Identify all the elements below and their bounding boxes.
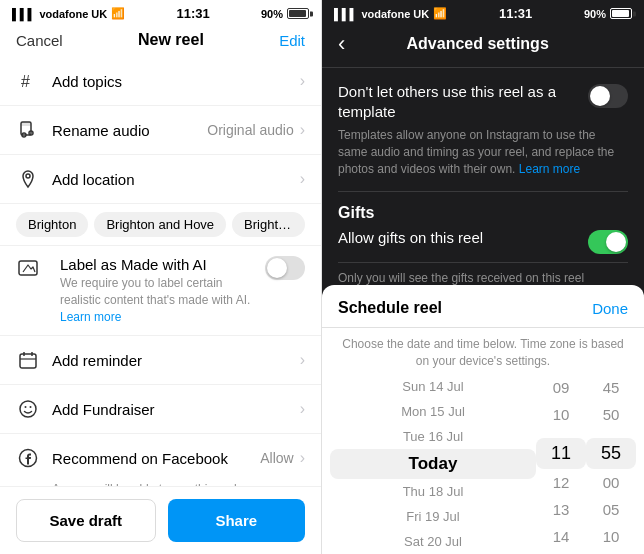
- picker-row-thu[interactable]: Thu 18 Jul: [330, 479, 536, 504]
- edit-button[interactable]: Edit: [279, 32, 305, 49]
- chevron-icon: ›: [300, 72, 305, 90]
- svg-rect-6: [19, 261, 37, 275]
- location-tag-0[interactable]: Brighton: [16, 212, 88, 237]
- menu-item-facebook[interactable]: Recommend on Facebook Allow ›: [0, 434, 321, 482]
- page-title-left: New reel: [138, 31, 204, 49]
- facebook-label: Recommend on Facebook: [52, 450, 260, 467]
- gifts-toggle[interactable]: [588, 230, 628, 254]
- menu-item-reminder[interactable]: Add reminder ›: [0, 336, 321, 385]
- status-carrier-right: ▌▌▌ vodafone UK 📶: [334, 7, 447, 20]
- svg-rect-2: [21, 122, 31, 126]
- schedule-done-button[interactable]: Done: [592, 300, 628, 317]
- wifi-icon: 📶: [111, 7, 125, 20]
- rename-audio-sublabel: Original audio: [207, 122, 293, 138]
- ai-label-title: Label as Made with AI: [60, 256, 257, 273]
- ai-label-toggle[interactable]: [265, 256, 305, 280]
- top-nav-left: Cancel New reel Edit: [0, 25, 321, 57]
- picker-hour-12[interactable]: 12: [536, 469, 586, 496]
- save-draft-button[interactable]: Save draft: [16, 499, 156, 542]
- status-battery-left: 90%: [261, 8, 309, 20]
- menu-item-rename-audio[interactable]: Rename audio Original audio ›: [0, 106, 321, 155]
- picker-hour-14[interactable]: 14: [536, 523, 586, 550]
- chevron-icon: ›: [300, 351, 305, 369]
- template-title: Don't let others use this reel as a temp…: [338, 82, 578, 121]
- template-toggle[interactable]: [588, 84, 628, 108]
- signal-icon-right: ▌▌▌: [334, 8, 357, 20]
- facebook-icon: [16, 446, 40, 470]
- template-section: Don't let others use this reel as a temp…: [338, 68, 628, 192]
- picker-hour-13[interactable]: 13: [536, 496, 586, 523]
- top-nav-right: ‹ Advanced settings: [322, 25, 644, 68]
- picker-row-tue[interactable]: Tue 16 Jul: [330, 424, 536, 449]
- picker-min-00[interactable]: 00: [586, 469, 636, 496]
- back-button[interactable]: ‹: [338, 31, 345, 57]
- battery-icon-right: [610, 8, 632, 19]
- svg-text:#: #: [21, 73, 30, 90]
- picker-row-sat[interactable]: Sat 20 Jul: [330, 529, 536, 554]
- status-time-left: 11:31: [176, 6, 209, 21]
- picker-hour-10[interactable]: 10: [536, 401, 586, 428]
- hours-column: 09 10 11 12 13 14: [536, 374, 586, 554]
- reminder-label: Add reminder: [52, 352, 300, 369]
- signal-icon: ▌▌▌: [12, 8, 35, 20]
- left-panel: ▌▌▌ vodafone UK 📶 11:31 90% Cancel New r…: [0, 0, 322, 554]
- days-column: Sun 14 Jul Mon 15 Jul Tue 16 Jul Today T…: [330, 374, 536, 554]
- svg-point-11: [20, 401, 36, 417]
- picker-row-fri[interactable]: Fri 19 Jul: [330, 504, 536, 529]
- rename-audio-label: Rename audio: [52, 122, 207, 139]
- menu-item-location[interactable]: Add location ›: [0, 155, 321, 204]
- learn-more-link[interactable]: Learn more: [519, 162, 580, 176]
- status-bar-right: ▌▌▌ vodafone UK 📶 11:31 90%: [322, 0, 644, 25]
- picker-row-sun[interactable]: Sun 14 Jul: [330, 374, 536, 399]
- gifts-title: Gifts: [338, 192, 628, 228]
- template-desc: Templates allow anyone on Instagram to u…: [338, 127, 628, 177]
- status-bar-left: ▌▌▌ vodafone UK 📶 11:31 90%: [0, 0, 321, 25]
- schedule-title: Schedule reel: [338, 299, 442, 317]
- topics-label: Add topics: [52, 73, 300, 90]
- location-icon: [16, 167, 40, 191]
- picker-row-today[interactable]: Today: [330, 449, 536, 479]
- picker-hour-11[interactable]: 11: [536, 438, 586, 469]
- picker-row-mon[interactable]: Mon 15 Jul: [330, 399, 536, 424]
- svg-point-12: [25, 406, 27, 408]
- ai-learn-more-link[interactable]: Learn more: [60, 310, 121, 324]
- menu-list: # Add topics › Rename audio Original aud…: [0, 57, 321, 486]
- schedule-subtitle: Choose the date and time below. Time zon…: [322, 328, 644, 374]
- chevron-icon: ›: [300, 400, 305, 418]
- ai-label-section: Label as Made with AI We require you to …: [0, 246, 321, 336]
- picker-min-50[interactable]: 50: [586, 401, 636, 428]
- calendar-icon: [16, 348, 40, 372]
- hash-icon: #: [16, 69, 40, 93]
- battery-icon: [287, 8, 309, 19]
- emoji-icon: [16, 397, 40, 421]
- status-time-right: 11:31: [499, 6, 532, 21]
- picker-hour-11h-pre[interactable]: [536, 428, 586, 438]
- svg-point-5: [26, 174, 30, 178]
- chevron-icon: ›: [300, 121, 305, 139]
- wifi-icon-right: 📶: [433, 7, 447, 20]
- schedule-header: Schedule reel Done: [322, 285, 644, 328]
- right-panel: ▌▌▌ vodafone UK 📶 11:31 90% ‹ Advanced s…: [322, 0, 644, 554]
- ai-icon: [16, 256, 40, 280]
- share-button[interactable]: Share: [168, 499, 306, 542]
- location-tags: Brighton Brighton and Hove Brighton, Eng…: [0, 204, 321, 246]
- location-tag-1[interactable]: Brighton and Hove: [94, 212, 226, 237]
- picker-min-05[interactable]: 05: [586, 496, 636, 523]
- cancel-button[interactable]: Cancel: [16, 32, 63, 49]
- picker-min-45[interactable]: 45: [586, 374, 636, 401]
- location-tag-2[interactable]: Brighton, England: [232, 212, 305, 237]
- picker-min-55[interactable]: 55: [586, 438, 636, 469]
- picker-hour-09[interactable]: 09: [536, 374, 586, 401]
- battery-percent: 90%: [261, 8, 283, 20]
- date-time-picker: Sun 14 Jul Mon 15 Jul Tue 16 Jul Today T…: [322, 374, 644, 554]
- svg-rect-7: [20, 354, 36, 368]
- picker-min-10[interactable]: 10: [586, 523, 636, 550]
- picker-min-55-pre[interactable]: [586, 428, 636, 438]
- menu-item-topics[interactable]: # Add topics ›: [0, 57, 321, 106]
- svg-point-13: [30, 406, 32, 408]
- status-battery-right: 90%: [584, 8, 632, 20]
- facebook-sublabel: Allow: [260, 450, 293, 466]
- minutes-column: 45 50 55 00 05 10: [586, 374, 636, 554]
- page-title-right: Advanced settings: [357, 35, 598, 53]
- menu-item-fundraiser[interactable]: Add Fundraiser ›: [0, 385, 321, 434]
